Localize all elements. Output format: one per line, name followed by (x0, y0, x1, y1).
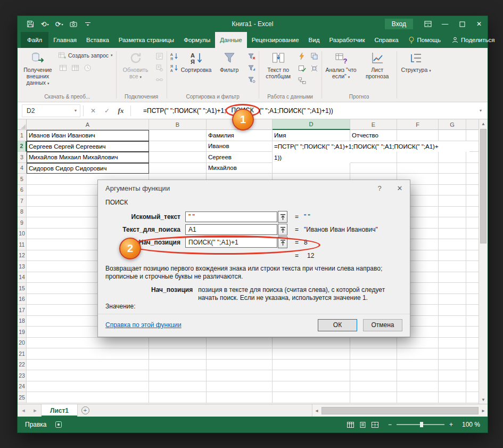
name-box[interactable]: D2 ▾ (22, 104, 80, 117)
cell-g10[interactable] (439, 229, 466, 240)
sign-in-button[interactable]: Вход (385, 19, 413, 29)
vertical-scrollbar[interactable]: ▲ ▼ (479, 119, 488, 404)
row-header-19[interactable]: 19 (18, 327, 27, 338)
row-header-24[interactable]: 24 (18, 381, 27, 393)
row-header-6[interactable]: 6 (18, 185, 27, 196)
cell-g9[interactable] (439, 217, 466, 229)
refresh-all-button[interactable]: Обновить все ▾ (118, 50, 153, 80)
show-queries-icon[interactable] (57, 62, 68, 73)
cell-c25[interactable] (207, 392, 273, 403)
add-sheet-button[interactable]: + (78, 404, 93, 417)
row-header-12[interactable]: 12 (18, 250, 27, 262)
column-header-a[interactable]: A (27, 119, 149, 130)
formula-text[interactable]: =ПСТР(" ";ПОИСК(" ";A1)+1;ПОИСК(" ";A1;П… (134, 104, 474, 117)
cell-g13[interactable] (439, 261, 466, 272)
cell-f22[interactable] (397, 360, 439, 371)
cell-f21[interactable] (397, 348, 439, 360)
cell-c3[interactable]: Сергеев (207, 152, 273, 163)
cell-g25[interactable] (439, 392, 466, 403)
clear-filter-icon[interactable] (246, 51, 257, 61)
cell-d1[interactable]: Имя (273, 130, 350, 141)
row-header-9[interactable]: 9 (18, 217, 27, 229)
cell-a23[interactable] (27, 370, 149, 381)
column-header-f[interactable]: F (397, 119, 439, 130)
what-if-analysis-button[interactable]: ? Анализ "что если" ▾ (324, 50, 359, 80)
name-box-dropdown-icon[interactable]: ▾ (75, 108, 77, 113)
cell-c21[interactable] (207, 348, 273, 360)
row-header-15[interactable]: 15 (18, 283, 27, 294)
cell-g3[interactable] (439, 152, 466, 163)
scroll-left-icon[interactable]: ◂ (312, 408, 321, 413)
cell-e23[interactable] (350, 370, 397, 381)
cell-g5[interactable] (439, 174, 466, 185)
page-layout-view-button[interactable] (359, 422, 366, 428)
cell-d20[interactable] (273, 338, 350, 349)
cell-g7[interactable] (439, 196, 466, 207)
close-button[interactable]: ✕ (471, 16, 488, 32)
dialog-help-button[interactable]: ? (369, 180, 390, 196)
share-button[interactable]: Поделиться (446, 32, 501, 48)
minimize-button[interactable]: — (436, 16, 453, 32)
row-header-25[interactable]: 25 (18, 392, 27, 403)
cell-f25[interactable] (397, 392, 439, 403)
cell-g6[interactable] (439, 185, 466, 196)
sort-za-icon[interactable]: ЯА (169, 62, 179, 73)
row-header-16[interactable]: 16 (18, 294, 27, 305)
cell-b21[interactable] (149, 348, 207, 360)
row-header-17[interactable]: 17 (18, 305, 27, 316)
cell-c22[interactable] (207, 360, 273, 371)
cell-g14[interactable] (439, 272, 466, 283)
forecast-sheet-button[interactable]: Лист прогноза (360, 50, 395, 79)
camera-button[interactable] (67, 18, 80, 30)
field-input-2[interactable]: A1 (185, 224, 277, 235)
macro-record-button[interactable] (55, 421, 62, 428)
horizontal-scrollbar[interactable]: ◂ ▸ (312, 404, 488, 417)
ribbon-tab-7[interactable]: Вид (304, 32, 325, 48)
cell-b20[interactable] (149, 338, 207, 349)
field-input-3[interactable]: ПОИСК(" ";A1)+1 (185, 237, 277, 248)
cell-d21[interactable] (273, 348, 350, 360)
row-header-11[interactable]: 11 (18, 239, 27, 250)
cell-e1[interactable]: Отчество (350, 130, 397, 141)
row-header-21[interactable]: 21 (18, 348, 27, 360)
cell-d23[interactable] (273, 370, 350, 381)
cell-g4[interactable] (439, 163, 466, 174)
collapse-dialog-button-1[interactable] (278, 211, 287, 223)
new-query-button[interactable]: Создать запрос ▾ (56, 50, 114, 61)
edit-links-icon[interactable] (154, 74, 165, 85)
row-header-22[interactable]: 22 (18, 360, 27, 371)
sheet-tab-list1[interactable]: Лист1 (41, 404, 78, 417)
row-header-7[interactable]: 7 (18, 196, 27, 207)
scroll-up-icon[interactable]: ▲ (479, 119, 488, 128)
save-button[interactable] (24, 18, 37, 30)
cell-e25[interactable] (350, 392, 397, 403)
ribbon-tab-4[interactable]: Формулы (179, 32, 215, 48)
zoom-slider[interactable] (397, 424, 444, 425)
connections-icon[interactable] (154, 51, 165, 61)
tab-file[interactable]: Файл (21, 32, 48, 48)
row-header-4[interactable]: 4 (18, 163, 27, 174)
cell-b24[interactable] (149, 381, 207, 393)
cell-e22[interactable] (350, 360, 397, 371)
ribbon-tab-5[interactable]: Данные (215, 32, 247, 48)
normal-view-button[interactable] (347, 422, 354, 428)
recent-sources-icon[interactable] (82, 62, 93, 73)
cell-e24[interactable] (350, 381, 397, 393)
horizontal-scroll-thumb[interactable] (321, 407, 479, 414)
cell-g24[interactable] (439, 381, 466, 393)
cell-a2[interactable]: Сергеев Сергей Сергеевич (27, 141, 149, 152)
properties-icon[interactable] (154, 62, 165, 73)
cell-g20[interactable] (439, 338, 466, 349)
column-header-e[interactable]: E (350, 119, 397, 130)
cell-g17[interactable] (439, 305, 466, 316)
cell-a4[interactable]: Сидоров Сидор Сидорович (27, 163, 149, 174)
cell-d22[interactable] (273, 360, 350, 371)
from-table-icon[interactable] (70, 62, 80, 73)
cell-g15[interactable] (439, 283, 466, 294)
cell-d24[interactable] (273, 381, 350, 393)
cell-g1[interactable] (439, 130, 466, 141)
cell-c1[interactable]: Фамилия (207, 130, 273, 141)
cell-g12[interactable] (439, 250, 466, 262)
outline-button[interactable]: Структура ▾ (399, 50, 434, 74)
cell-g22[interactable] (439, 360, 466, 371)
